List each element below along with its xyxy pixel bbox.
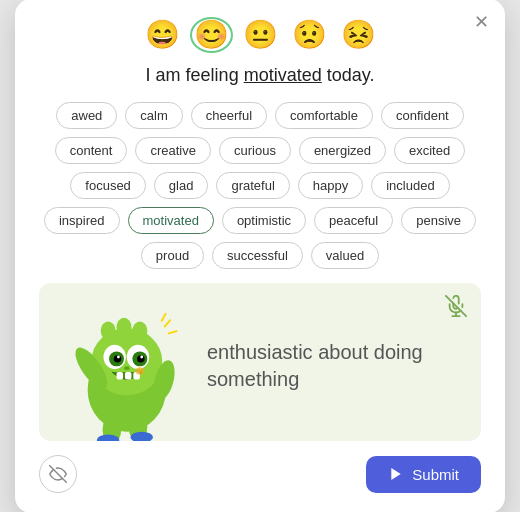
hide-icon [49, 465, 67, 483]
tag-happy[interactable]: happy [298, 172, 363, 199]
monster-illustration [59, 301, 189, 431]
tag-inspired[interactable]: inspired [44, 207, 120, 234]
tag-confident[interactable]: confident [381, 102, 464, 129]
svg-marker-31 [392, 468, 401, 480]
svg-line-28 [168, 331, 177, 334]
svg-rect-16 [117, 372, 124, 379]
tag-calm[interactable]: calm [125, 102, 182, 129]
tag-content[interactable]: content [55, 137, 128, 164]
emoji-happy[interactable]: 😊 [192, 19, 231, 51]
illustration-description: enthusiastic about doing something [207, 339, 461, 393]
emoji-row: 😄😊😐😟😣 [39, 19, 481, 51]
tag-grateful[interactable]: grateful [216, 172, 289, 199]
tag-comfortable[interactable]: comfortable [275, 102, 373, 129]
tag-glad[interactable]: glad [154, 172, 209, 199]
svg-line-29 [161, 313, 166, 321]
tags-area: awedcalmcheerfulcomfortableconfidentcont… [39, 102, 481, 269]
svg-point-19 [124, 366, 130, 370]
submit-label: Submit [412, 466, 459, 483]
feeling-prefix: I am feeling [146, 65, 244, 85]
svg-point-15 [140, 356, 143, 359]
svg-point-7 [132, 322, 147, 341]
tag-curious[interactable]: curious [219, 137, 291, 164]
tag-focused[interactable]: focused [70, 172, 146, 199]
feeling-word: motivated [244, 65, 322, 85]
tag-successful[interactable]: successful [212, 242, 303, 269]
submit-arrow-icon [388, 466, 404, 482]
tag-motivated[interactable]: motivated [128, 207, 214, 234]
tag-peaceful[interactable]: peaceful [314, 207, 393, 234]
emoji-worried[interactable]: 😟 [290, 19, 329, 51]
svg-point-6 [117, 318, 132, 337]
svg-line-27 [164, 320, 171, 327]
feeling-text: I am feeling motivated today. [39, 65, 481, 86]
svg-rect-17 [125, 372, 132, 379]
illustration-box: enthusiastic about doing something [39, 283, 481, 441]
emoji-grinning[interactable]: 😄 [143, 19, 182, 51]
tag-cheerful[interactable]: cheerful [191, 102, 267, 129]
tag-valued[interactable]: valued [311, 242, 379, 269]
emoji-neutral[interactable]: 😐 [241, 19, 280, 51]
tag-creative[interactable]: creative [135, 137, 211, 164]
tag-energized[interactable]: energized [299, 137, 386, 164]
svg-point-14 [117, 356, 120, 359]
footer-row: Submit [39, 455, 481, 493]
tag-optimistic[interactable]: optimistic [222, 207, 306, 234]
svg-point-20 [135, 367, 144, 374]
tag-included[interactable]: included [371, 172, 449, 199]
tag-excited[interactable]: excited [394, 137, 465, 164]
mute-icon[interactable] [445, 295, 467, 322]
tag-proud[interactable]: proud [141, 242, 204, 269]
tag-awed[interactable]: awed [56, 102, 117, 129]
svg-point-5 [101, 322, 116, 341]
hide-button[interactable] [39, 455, 77, 493]
submit-button[interactable]: Submit [366, 456, 481, 493]
close-button[interactable]: ✕ [474, 13, 489, 31]
emoji-angry[interactable]: 😣 [339, 19, 378, 51]
tag-pensive[interactable]: pensive [401, 207, 476, 234]
feeling-suffix: today. [322, 65, 375, 85]
modal: ✕ 😄😊😐😟😣 I am feeling motivated today. aw… [15, 0, 505, 512]
